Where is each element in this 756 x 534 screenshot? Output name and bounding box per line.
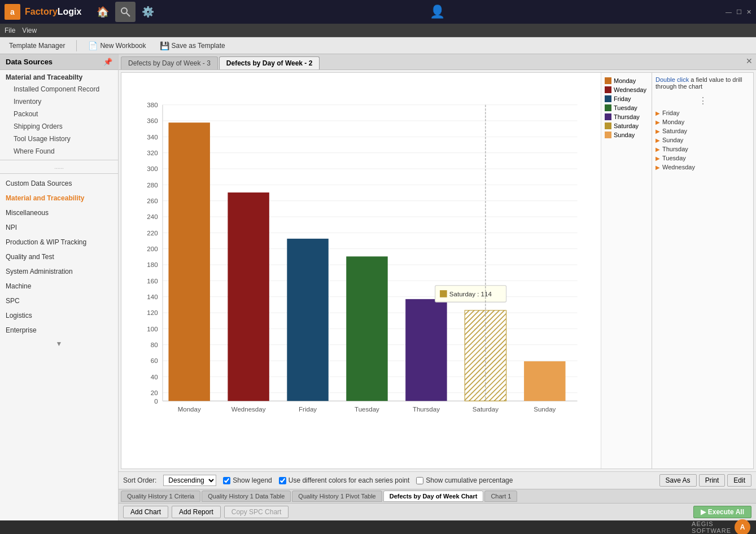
bottom-tab-criteria[interactable]: Quality History 1 Criteria <box>121 491 200 502</box>
minimize-btn[interactable]: — <box>726 8 732 16</box>
drill-arrow-friday: ▶ <box>656 110 660 116</box>
template-manager-btn[interactable]: Template Manager <box>5 41 69 51</box>
legend-color-sunday <box>605 132 611 138</box>
svg-text:Saturday: Saturday <box>473 406 499 413</box>
tab-defects-3[interactable]: Defects by Day of Week - 3 <box>121 56 218 69</box>
use-diff-colors-checkbox[interactable] <box>279 477 286 484</box>
toolbar: Template Manager 📄 New Workbook 💾 Save a… <box>0 37 756 54</box>
action-buttons: Save As Print Edit <box>659 474 751 487</box>
menu-view[interactable]: View <box>22 27 37 34</box>
svg-point-0 <box>121 8 127 14</box>
drill-item-tuesday[interactable]: ▶ Tuesday <box>656 154 750 163</box>
tab-bar: Defects by Day of Week - 3 Defects by Da… <box>119 54 756 70</box>
bar-wednesday[interactable] <box>228 192 269 401</box>
bar-friday[interactable] <box>287 239 328 401</box>
sidebar-item-installed[interactable]: Installed Component Record <box>0 83 118 95</box>
sidebar-cat-logistics[interactable]: Logistics <box>0 308 118 323</box>
drill-arrow-saturday: ▶ <box>656 128 660 134</box>
new-workbook-btn[interactable]: 📄 New Workbook <box>84 40 150 51</box>
home-icon[interactable]: 🏠 <box>93 2 113 22</box>
settings-icon[interactable]: ⚙️ <box>138 2 158 22</box>
drill-item-friday[interactable]: ▶ Friday <box>656 108 750 117</box>
drill-arrow-thursday: ▶ <box>656 146 660 152</box>
show-cumulative-label: Show cumulative percentage <box>426 476 513 484</box>
close-btn[interactable]: ✕ <box>746 8 751 16</box>
svg-text:360: 360 <box>147 117 158 124</box>
save-as-btn[interactable]: Save As <box>659 474 697 487</box>
sidebar-cat-misc[interactable]: Miscellaneous <box>0 205 118 220</box>
main-layout: Data Sources 📌 Material and Traceabilty … <box>0 54 756 520</box>
legend-saturday: Saturday <box>605 121 648 130</box>
drill-item-saturday[interactable]: ▶ Saturday <box>656 126 750 135</box>
show-legend-checkbox[interactable] <box>223 477 230 484</box>
svg-text:280: 280 <box>147 182 158 189</box>
svg-text:Thursday: Thursday <box>413 406 440 413</box>
drill-item-wednesday[interactable]: ▶ Wednesday <box>656 163 750 172</box>
sidebar-cat-custom[interactable]: Custom Data Sources <box>0 176 118 191</box>
sidebar-item-packout[interactable]: Packout <box>0 108 118 120</box>
bottom-tab-pivot[interactable]: Quality History 1 Pivot Table <box>292 491 382 502</box>
sidebar-cat-quality[interactable]: Quality and Test <box>0 250 118 264</box>
add-report-btn[interactable]: Add Report <box>172 506 221 518</box>
aegis-icon: A <box>735 519 750 534</box>
sidebar-item-tool-usage[interactable]: Tool Usage History <box>0 133 118 145</box>
app-name: FactoryLogix <box>25 7 81 17</box>
show-cumulative-checkbox[interactable] <box>416 477 423 484</box>
svg-text:80: 80 <box>151 342 158 348</box>
drill-item-monday[interactable]: ▶ Monday <box>656 117 750 126</box>
add-chart-btn[interactable]: Add Chart <box>123 506 168 518</box>
svg-text:320: 320 <box>147 150 158 156</box>
sidebar-cat-spc[interactable]: SPC <box>0 294 118 308</box>
bar-tuesday[interactable] <box>346 256 387 401</box>
drill-more-icon: ⋮ <box>656 93 750 108</box>
sidebar-cat-material[interactable]: Material and Traceability <box>0 191 118 205</box>
drill-arrow-monday: ▶ <box>656 119 660 125</box>
app-logo: a <box>5 4 20 20</box>
tab-defects-2[interactable]: Defects by Day of Week - 2 <box>219 56 320 69</box>
bar-thursday[interactable] <box>405 299 447 401</box>
print-btn[interactable]: Print <box>699 474 726 487</box>
bar-sunday[interactable] <box>524 361 565 401</box>
copy-spc-btn[interactable]: Copy SPC Chart <box>224 506 289 518</box>
sidebar-item-inventory[interactable]: Inventory <box>0 95 118 108</box>
legend-color-friday <box>605 95 611 102</box>
bottom-tab-data-table[interactable]: Quality History 1 Data Table <box>202 491 291 502</box>
bottom-tab-chart[interactable]: Defects by Day of Week Chart <box>383 491 484 502</box>
sidebar-scroll-down[interactable]: ▼ <box>56 340 63 348</box>
menu-file[interactable]: File <box>5 27 15 34</box>
maximize-btn[interactable]: ☐ <box>736 8 742 16</box>
save-template-btn[interactable]: 💾 Save as Template <box>155 40 230 51</box>
legend-monday: Monday <box>605 76 648 85</box>
svg-text:Wednesday: Wednesday <box>231 406 266 413</box>
aegis-logo: AEGISSOFTWARE A <box>692 519 750 534</box>
sidebar-cat-sysadmin[interactable]: System Administration <box>0 264 118 279</box>
sidebar-cat-enterprise[interactable]: Enterprise <box>0 323 118 338</box>
controls-bar: Sort Order: Descending Ascending Show le… <box>119 471 756 489</box>
bar-chart-svg: 380 360 340 320 300 280 260 240 220 200 … <box>127 78 595 463</box>
sidebar-title: Data Sources <box>6 58 53 66</box>
svg-text:Monday: Monday <box>178 406 201 413</box>
drill-item-sunday[interactable]: ▶ Sunday <box>656 135 750 145</box>
svg-text:200: 200 <box>147 246 158 252</box>
user-icon[interactable]: 👤 <box>430 5 445 19</box>
drill-item-thursday[interactable]: ▶ Thursday <box>656 145 750 154</box>
sidebar-item-shipping[interactable]: Shipping Orders <box>0 120 118 133</box>
sort-order-label: Sort Order: <box>123 476 156 484</box>
svg-rect-52 <box>440 290 447 297</box>
bar-monday[interactable] <box>168 122 209 401</box>
sidebar-cat-npi[interactable]: NPI <box>0 220 118 235</box>
execute-all-btn[interactable]: ▶ Execute All <box>693 506 751 518</box>
bottom-tab-chart1[interactable]: Chart 1 <box>484 491 517 502</box>
sidebar-pin-icon[interactable]: 📌 <box>103 58 112 66</box>
sidebar-section-material: Material and Traceabilty <box>0 70 118 83</box>
window-controls: — ☐ ✕ <box>726 8 751 16</box>
search-icon[interactable] <box>115 2 136 22</box>
edit-btn[interactable]: Edit <box>727 474 751 487</box>
tab-close-btn[interactable]: ✕ <box>746 56 753 65</box>
legend-tuesday: Tuesday <box>605 103 648 112</box>
svg-text:300: 300 <box>147 165 158 172</box>
sidebar-cat-production[interactable]: Production & WIP Tracking <box>0 235 118 250</box>
sidebar-cat-machine[interactable]: Machine <box>0 279 118 294</box>
sidebar-item-where-found[interactable]: Where Found <box>0 145 118 157</box>
sort-order-select[interactable]: Descending Ascending <box>163 475 216 486</box>
